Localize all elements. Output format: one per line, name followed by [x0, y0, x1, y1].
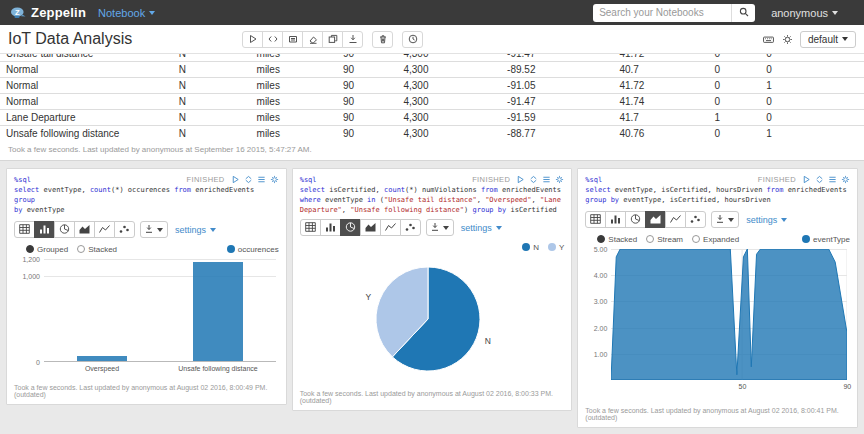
show-hide-code-button[interactable] — [262, 31, 283, 48]
table-cell: N — [173, 94, 251, 110]
radio-stacked[interactable]: Stacked — [597, 235, 637, 244]
y-axis-tick: 1.00 — [585, 350, 607, 357]
line-chart-button[interactable] — [94, 221, 115, 238]
download-data-button[interactable] — [140, 221, 168, 238]
paragraph-settings-icon[interactable] — [555, 175, 564, 184]
radio-stream[interactable]: Stream — [646, 235, 683, 244]
table-row: Unsafe following distanceNmiles904,300-8… — [0, 126, 864, 142]
interpreter-gear-icon[interactable] — [782, 34, 793, 45]
clear-output-button[interactable] — [302, 31, 323, 48]
y-axis-tick: 1,000 — [14, 273, 40, 280]
radio-stacked[interactable]: Stacked — [77, 245, 117, 254]
area-chart-button[interactable] — [74, 221, 95, 238]
area-chart-button[interactable] — [360, 219, 381, 236]
table-cell: 40.7 — [613, 62, 708, 78]
pie-chart[interactable]: NY — [300, 255, 565, 387]
toggle-editor-icon[interactable] — [529, 175, 538, 184]
scatter-chart-icon — [119, 222, 130, 237]
remove-note-button[interactable] — [372, 31, 393, 48]
clear-output-icon — [308, 32, 318, 47]
bar-chart[interactable]: 1,2001,0000OverspeedUnsafe following dis… — [14, 257, 279, 375]
search-input[interactable] — [593, 4, 731, 22]
run-paragraph-icon[interactable] — [516, 175, 525, 184]
legend-item[interactable]: Y — [548, 243, 564, 252]
table-cell: 40.76 — [613, 126, 708, 142]
keyboard-shortcuts-icon[interactable] — [762, 34, 775, 45]
bar-chart-button[interactable] — [320, 219, 341, 236]
toggle-output-icon[interactable] — [828, 175, 837, 184]
app: Z Zeppelin Notebook anonymous IoT Data A… — [0, 0, 864, 434]
paragraph-settings-icon[interactable] — [270, 175, 279, 184]
paragraph-status-badge: FINISHED — [758, 175, 796, 184]
line-chart-button[interactable] — [380, 219, 401, 236]
user-menu[interactable]: anonymous — [771, 7, 838, 19]
scatter-chart-button[interactable] — [400, 219, 421, 236]
area-chart[interactable]: 5.004.003.002.001.005090 — [585, 247, 850, 397]
legend-dot-icon — [227, 245, 235, 253]
paragraph-status-badge: FINISHED — [472, 175, 510, 184]
search-button[interactable] — [731, 4, 755, 22]
paragraph-settings-icon[interactable] — [841, 175, 850, 184]
table-cell: N — [173, 126, 251, 142]
scatter-chart-button[interactable] — [114, 221, 135, 238]
bar-chart-button[interactable] — [605, 211, 626, 228]
radio-expanded[interactable]: Expanded — [692, 235, 739, 244]
table-cell: 0 — [708, 94, 760, 110]
paragraph-footer-status: Took a few seconds. Last updated by anon… — [585, 404, 850, 421]
table-cell: -88.77 — [501, 126, 613, 142]
area-chart-button[interactable] — [645, 211, 666, 228]
bar[interactable] — [77, 356, 127, 361]
legend-item[interactable]: occurences — [227, 245, 279, 254]
settings-link[interactable]: settings — [175, 225, 216, 235]
scatter-chart-button[interactable] — [685, 211, 706, 228]
pie-chart-button[interactable] — [625, 211, 646, 228]
toggle-output-icon[interactable] — [542, 175, 551, 184]
settings-link[interactable]: settings — [461, 223, 502, 233]
scheduler-button[interactable] — [402, 31, 423, 48]
run-paragraph-icon[interactable] — [802, 175, 811, 184]
code-line: Departure", "Unsafe following distance")… — [300, 205, 565, 215]
x-axis-tick: 50 — [739, 383, 747, 390]
radio-grouped[interactable]: Grouped — [26, 245, 68, 254]
table-chart-button[interactable] — [585, 211, 606, 228]
paragraph-status-badge: FINISHED — [186, 175, 224, 184]
show-hide-output-button[interactable] — [282, 31, 303, 48]
zeppelin-logo-icon: Z — [10, 5, 26, 21]
table-chart-button[interactable] — [300, 219, 321, 236]
toggle-editor-icon[interactable] — [815, 175, 824, 184]
show-hide-code-icon — [268, 32, 278, 47]
line-chart-button[interactable] — [665, 211, 686, 228]
download-data-button[interactable] — [426, 219, 454, 236]
area-series[interactable] — [611, 249, 847, 380]
settings-link[interactable]: settings — [746, 215, 787, 225]
clone-note-button[interactable] — [322, 31, 343, 48]
legend-dot-icon — [522, 243, 530, 251]
download-data-button[interactable] — [711, 211, 739, 228]
pie-chart-button[interactable] — [340, 219, 361, 236]
table-cell: 4,300 — [397, 94, 501, 110]
table-cell: 0 — [760, 62, 864, 78]
legend-item[interactable]: eventType — [802, 235, 850, 244]
bar-chart-button[interactable] — [34, 221, 55, 238]
violations-table-container[interactable]: Unsafe tail distanceNmiles904,300-91.474… — [0, 54, 864, 141]
run-all-button[interactable] — [242, 31, 263, 48]
toggle-editor-icon[interactable] — [244, 175, 253, 184]
zeppelin-brand[interactable]: Z Zeppelin — [10, 5, 86, 21]
run-paragraph-icon[interactable] — [231, 175, 240, 184]
notebook-menu[interactable]: Notebook — [98, 7, 155, 19]
table-cell: 90 — [337, 94, 397, 110]
notebook-search — [593, 4, 755, 22]
dropdown-caret-icon — [832, 11, 838, 15]
line-chart-icon — [385, 220, 396, 235]
dropdown-caret-icon — [781, 218, 787, 222]
export-note-button[interactable] — [342, 31, 363, 48]
table-chart-button[interactable] — [14, 221, 35, 238]
brand-title[interactable]: Zeppelin — [31, 5, 86, 20]
note-title[interactable]: IoT Data Analysis — [8, 30, 132, 48]
pie-chart-button[interactable] — [54, 221, 75, 238]
bar[interactable] — [193, 262, 243, 361]
default-interpreter-dropdown[interactable]: default — [800, 31, 856, 48]
legend-item[interactable]: N — [522, 243, 539, 252]
paragraph-footer-status: Took a few seconds. Last updated by anon… — [300, 387, 565, 404]
toggle-output-icon[interactable] — [257, 175, 266, 184]
